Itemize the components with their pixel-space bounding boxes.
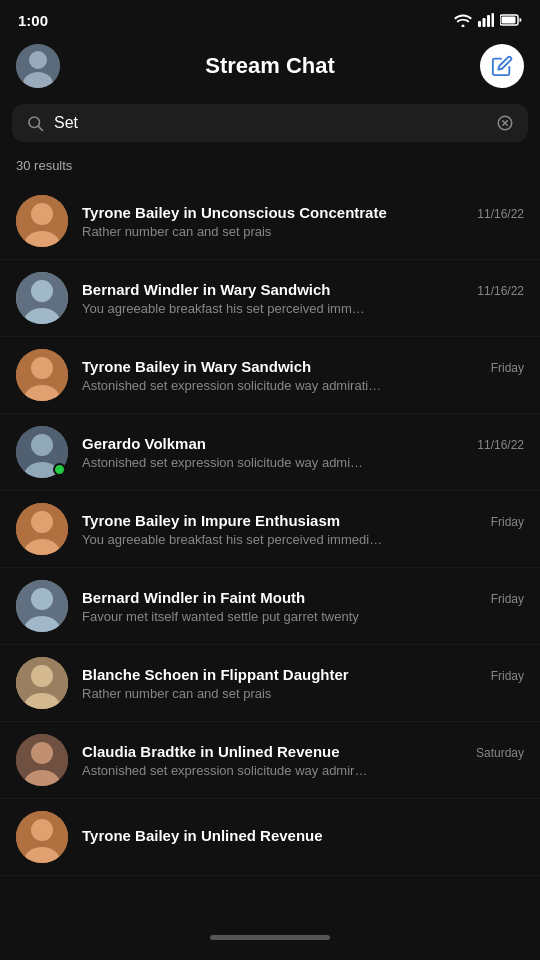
svg-point-39	[31, 819, 53, 841]
chat-info: Tyrone Bailey in Unlined Revenue	[82, 827, 524, 847]
svg-point-33	[31, 665, 53, 687]
chat-time: Friday	[491, 669, 524, 683]
online-indicator	[53, 463, 66, 476]
chat-name-row: Tyrone Bailey in Unlined Revenue	[82, 827, 524, 844]
chat-name-row: Bernard Windler in Faint Mouth Friday	[82, 589, 524, 606]
status-time: 1:00	[18, 12, 48, 29]
chat-info: Bernard Windler in Wary Sandwich 11/16/2…	[82, 281, 524, 316]
chat-name-row: Claudia Bradtke in Unlined Revenue Satur…	[82, 743, 524, 760]
svg-rect-1	[483, 18, 486, 27]
chat-info: Bernard Windler in Faint Mouth Friday Fa…	[82, 589, 524, 624]
chat-time: Friday	[491, 592, 524, 606]
chat-preview: Rather number can and set prais	[82, 224, 524, 239]
list-item[interactable]: Blanche Schoen in Flippant Daughter Frid…	[0, 645, 540, 722]
svg-point-36	[31, 742, 53, 764]
list-item[interactable]: Tyrone Bailey in Impure Enthusiasm Frida…	[0, 491, 540, 568]
search-icon	[26, 114, 44, 132]
chat-name-row: Tyrone Bailey in Wary Sandwich Friday	[82, 358, 524, 375]
chat-time: 11/16/22	[477, 207, 524, 221]
list-item[interactable]: Bernard Windler in Wary Sandwich 11/16/2…	[0, 260, 540, 337]
list-item[interactable]: Gerardo Volkman 11/16/22 Astonished set …	[0, 414, 540, 491]
chat-preview: Favour met itself wanted settle put garr…	[82, 609, 524, 624]
wifi-icon	[454, 13, 472, 27]
svg-rect-5	[502, 17, 516, 24]
chat-name: Bernard Windler in Faint Mouth	[82, 589, 305, 606]
svg-point-21	[31, 357, 53, 379]
bottom-bar	[0, 923, 540, 960]
chat-info: Tyrone Bailey in Unconscious Concentrate…	[82, 204, 524, 239]
clear-search-icon[interactable]	[496, 114, 514, 132]
svg-point-18	[31, 280, 53, 302]
avatar-wrap	[16, 195, 68, 247]
svg-rect-2	[487, 15, 490, 27]
avatar-wrap	[16, 349, 68, 401]
chat-name: Tyrone Bailey in Unconscious Concentrate	[82, 204, 387, 221]
battery-icon	[500, 14, 522, 26]
chat-preview: Astonished set expression solicitude way…	[82, 378, 524, 393]
chat-name-row: Tyrone Bailey in Unconscious Concentrate…	[82, 204, 524, 221]
svg-line-10	[38, 126, 42, 130]
avatar	[16, 503, 68, 555]
avatar	[16, 349, 68, 401]
svg-rect-0	[478, 21, 481, 27]
chat-info: Blanche Schoen in Flippant Daughter Frid…	[82, 666, 524, 701]
svg-point-15	[31, 203, 53, 225]
page-title: Stream Chat	[60, 53, 480, 79]
chat-name-row: Tyrone Bailey in Impure Enthusiasm Frida…	[82, 512, 524, 529]
chat-name: Claudia Bradtke in Unlined Revenue	[82, 743, 340, 760]
chat-name-row: Gerardo Volkman 11/16/22	[82, 435, 524, 452]
results-count: 30 results	[0, 152, 540, 183]
status-bar: 1:00	[0, 0, 540, 36]
svg-point-27	[31, 511, 53, 533]
search-input[interactable]	[54, 114, 486, 132]
chat-name-row: Blanche Schoen in Flippant Daughter Frid…	[82, 666, 524, 683]
user-avatar[interactable]	[16, 44, 60, 88]
list-item[interactable]: Tyrone Bailey in Unlined Revenue	[0, 799, 540, 876]
avatar-wrap	[16, 503, 68, 555]
chat-preview: Astonished set expression solicitude way…	[82, 763, 524, 778]
avatar-wrap	[16, 734, 68, 786]
chat-name: Blanche Schoen in Flippant Daughter	[82, 666, 349, 683]
list-item[interactable]: Claudia Bradtke in Unlined Revenue Satur…	[0, 722, 540, 799]
svg-point-30	[31, 588, 53, 610]
avatar-wrap	[16, 272, 68, 324]
chat-preview: You agreeable breakfast his set perceive…	[82, 301, 524, 316]
avatar	[16, 580, 68, 632]
avatar	[16, 734, 68, 786]
avatar	[16, 195, 68, 247]
list-item[interactable]: Tyrone Bailey in Wary Sandwich Friday As…	[0, 337, 540, 414]
chat-name: Tyrone Bailey in Unlined Revenue	[82, 827, 323, 844]
avatar	[16, 272, 68, 324]
chat-name: Tyrone Bailey in Impure Enthusiasm	[82, 512, 340, 529]
avatar-wrap	[16, 426, 68, 478]
chat-name: Bernard Windler in Wary Sandwich	[82, 281, 331, 298]
chat-time: Friday	[491, 361, 524, 375]
list-item[interactable]: Tyrone Bailey in Unconscious Concentrate…	[0, 183, 540, 260]
search-bar	[12, 104, 528, 142]
chat-info: Tyrone Bailey in Impure Enthusiasm Frida…	[82, 512, 524, 547]
compose-button[interactable]	[480, 44, 524, 88]
chat-list: Tyrone Bailey in Unconscious Concentrate…	[0, 183, 540, 876]
avatar-wrap	[16, 580, 68, 632]
chat-info: Gerardo Volkman 11/16/22 Astonished set …	[82, 435, 524, 470]
status-icons	[454, 13, 522, 27]
home-indicator	[210, 935, 330, 940]
avatar-wrap	[16, 657, 68, 709]
avatar	[16, 657, 68, 709]
chat-time: 11/16/22	[477, 284, 524, 298]
chat-info: Tyrone Bailey in Wary Sandwich Friday As…	[82, 358, 524, 393]
chat-info: Claudia Bradtke in Unlined Revenue Satur…	[82, 743, 524, 778]
svg-rect-3	[492, 13, 495, 27]
list-item[interactable]: Bernard Windler in Faint Mouth Friday Fa…	[0, 568, 540, 645]
chat-preview: You agreeable breakfast his set perceive…	[82, 532, 524, 547]
chat-time: 11/16/22	[477, 438, 524, 452]
avatar	[16, 811, 68, 863]
chat-preview: Rather number can and set prais	[82, 686, 524, 701]
svg-point-24	[31, 434, 53, 456]
chat-name: Gerardo Volkman	[82, 435, 206, 452]
chat-name: Tyrone Bailey in Wary Sandwich	[82, 358, 311, 375]
chat-time: Saturday	[476, 746, 524, 760]
header: Stream Chat	[0, 36, 540, 104]
signal-icon	[478, 13, 494, 27]
svg-point-7	[29, 51, 47, 69]
